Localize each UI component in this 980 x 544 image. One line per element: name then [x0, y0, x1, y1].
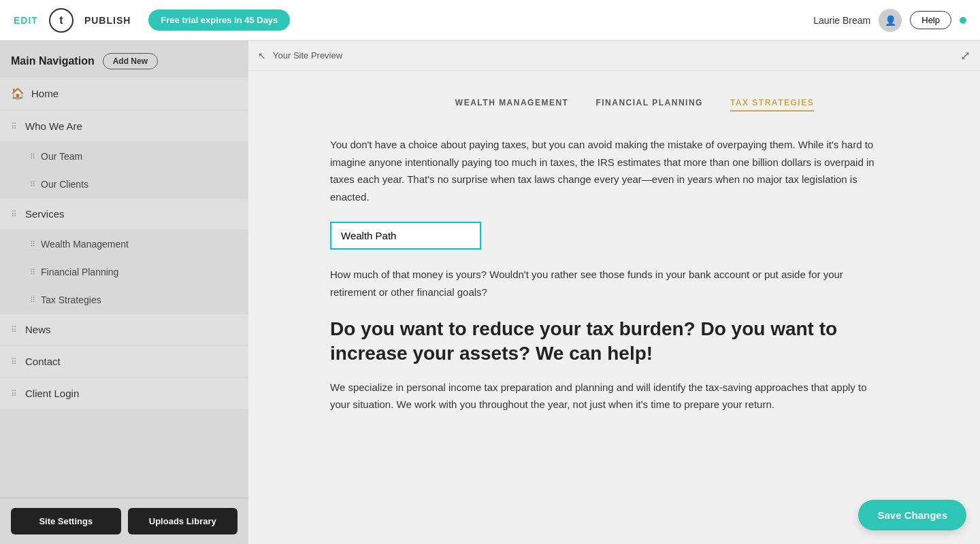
nav-sub-item-wealth-management[interactable]: ⠿ Wealth Management	[0, 231, 248, 258]
site-nav-tax-strategies[interactable]: TAX STRATEGIES	[730, 98, 814, 112]
nav-item-who-we-are-label: Who We Are	[25, 120, 82, 132]
preview-bar: ↖ Your Site Preview ⤢	[248, 41, 980, 71]
nav-item-news[interactable]: ⠿ News	[0, 314, 248, 345]
nav-item-client-login[interactable]: ⠿ Client Login	[0, 378, 248, 409]
drag-handle-icon: ⠿	[30, 296, 35, 305]
sidebar-footer: Site Settings Uploads Library	[0, 498, 248, 544]
nav-sub-item-tax-strategies-label: Tax Strategies	[41, 294, 101, 305]
preview-content: WEALTH MANAGEMENT FINANCIAL PLANNING TAX…	[248, 71, 980, 544]
user-name: Laurie Bream	[813, 15, 870, 26]
nav-sub-item-financial-planning[interactable]: ⠿ Financial Planning	[0, 258, 248, 286]
nav-sub-item-our-team[interactable]: ⠿ Our Team	[0, 143, 248, 170]
preview-bar-arrow-icon: ↖	[258, 50, 266, 61]
content-paragraph-2: How much of that money is yours? Wouldn'…	[330, 266, 875, 301]
nav-sub-item-wealth-management-label: Wealth Management	[41, 239, 129, 250]
save-changes-button[interactable]: Save Changes	[858, 500, 966, 530]
nav-item-services-label: Services	[25, 208, 65, 220]
notification-dot	[960, 17, 966, 24]
drag-handle-icon: ⠿	[11, 389, 17, 398]
top-bar: EDIT t PUBLISH Free trial expires in 45 …	[0, 0, 980, 41]
home-icon: 🏠	[11, 87, 24, 100]
drag-handle-icon: ⠿	[30, 180, 35, 189]
site-nav-wealth-management[interactable]: WEALTH MANAGEMENT	[455, 98, 569, 112]
content-paragraph-3: We specialize in personal income tax pre…	[330, 379, 875, 413]
drag-handle-icon: ⠿	[11, 209, 17, 219]
trial-badge: Free trial expires in 45 Days	[148, 10, 290, 31]
drag-handle-icon: ⠿	[11, 325, 17, 335]
add-new-button[interactable]: Add New	[103, 53, 158, 69]
uploads-library-button[interactable]: Uploads Library	[128, 508, 238, 534]
main-layout: Main Navigation Add New 🏠 Home ⠿ Who We …	[0, 41, 980, 544]
drag-handle-icon: ⠿	[30, 240, 35, 249]
avatar: 👤	[879, 9, 902, 32]
drag-handle-icon: ⠿	[30, 152, 35, 161]
preview-area: ↖ Your Site Preview ⤢ WEALTH MANAGEMENT …	[248, 41, 980, 544]
content-paragraph-1: You don't have a choice about paying tax…	[330, 136, 875, 205]
logo-icon: t	[49, 8, 74, 33]
edit-label[interactable]: EDIT	[14, 15, 38, 26]
nav-item-client-login-label: Client Login	[25, 388, 79, 399]
site-nav-financial-planning[interactable]: FINANCIAL PLANNING	[595, 98, 702, 112]
top-bar-right: Laurie Bream 👤 Help	[813, 9, 966, 32]
content-body: You don't have a choice about paying tax…	[330, 136, 875, 413]
nav-sub-item-our-clients-label: Our Clients	[41, 179, 88, 190]
drag-handle-icon: ⠿	[11, 357, 17, 367]
nav-item-home[interactable]: 🏠 Home	[0, 78, 248, 109]
site-nav: WEALTH MANAGEMENT FINANCIAL PLANNING TAX…	[330, 91, 939, 112]
nav-item-services[interactable]: ⠿ Services	[0, 199, 248, 229]
nav-item-contact[interactable]: ⠿ Contact	[0, 346, 248, 377]
drag-handle-icon: ⠿	[30, 268, 35, 277]
help-button[interactable]: Help	[910, 11, 951, 29]
nav-sub-item-our-clients[interactable]: ⠿ Our Clients	[0, 171, 248, 198]
nav-item-contact-label: Contact	[25, 356, 61, 367]
drag-handle-icon: ⠿	[11, 122, 17, 131]
nav-item-who-we-are[interactable]: ⠿ Who We Are	[0, 111, 248, 141]
sidebar-header: Main Navigation Add New	[0, 41, 248, 78]
nav-item-news-label: News	[25, 324, 51, 335]
publish-label[interactable]: PUBLISH	[84, 15, 131, 26]
top-bar-left: EDIT t PUBLISH Free trial expires in 45 …	[14, 8, 290, 33]
nav-sub-item-tax-strategies[interactable]: ⠿ Tax Strategies	[0, 286, 248, 313]
editable-title-input[interactable]	[330, 222, 481, 250]
site-settings-button[interactable]: Site Settings	[11, 508, 121, 534]
expand-icon[interactable]: ⤢	[960, 48, 970, 63]
nav-item-home-label: Home	[31, 88, 59, 99]
nav-sub-item-financial-planning-label: Financial Planning	[41, 267, 118, 277]
content-heading: Do you want to reduce your tax burden? D…	[330, 317, 875, 367]
nav-sub-item-our-team-label: Our Team	[41, 151, 82, 162]
sidebar-title: Main Navigation	[11, 55, 95, 67]
sidebar: Main Navigation Add New 🏠 Home ⠿ Who We …	[0, 41, 248, 544]
preview-bar-label: Your Site Preview	[273, 50, 342, 61]
